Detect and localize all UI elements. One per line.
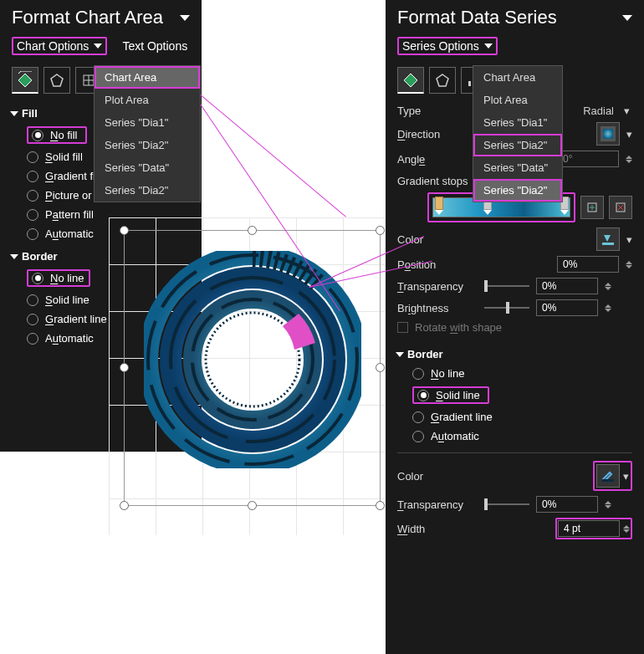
chart-options-dropdown[interactable]: Chart Options: [12, 37, 107, 55]
border-width-label: Width: [397, 523, 478, 535]
chevron-down-icon: [484, 43, 493, 49]
border-transparency-input[interactable]: [536, 496, 598, 513]
resize-handle[interactable]: [248, 226, 257, 235]
border-transparency-label: Transparency: [397, 498, 478, 511]
expand-icon: [10, 254, 18, 259]
angle-input[interactable]: [557, 151, 619, 167]
menu-series-data[interactable]: Series "Data": [473, 156, 562, 179]
transparency-slider[interactable]: [484, 285, 529, 287]
border-options-right: No line Solid line Gradient line Automat…: [386, 365, 644, 447]
border-section-right[interactable]: Border: [386, 343, 644, 365]
menu-chart-area[interactable]: Chart Area: [473, 66, 562, 89]
remove-stop-button[interactable]: [609, 196, 632, 219]
resize-handle[interactable]: [376, 501, 385, 510]
gradient-stops-label: Gradient stops: [397, 175, 468, 187]
effects-tab[interactable]: [43, 67, 70, 94]
border-gradient-line[interactable]: Gradient line: [412, 411, 632, 423]
svg-marker-12: [404, 74, 417, 87]
color-label: Color: [397, 233, 478, 246]
color-picker-button[interactable]: [596, 227, 620, 251]
transparency-input[interactable]: [536, 278, 598, 294]
transparency-label: Transparency: [397, 280, 478, 293]
resize-handle[interactable]: [120, 501, 129, 510]
svg-marker-0: [18, 74, 32, 87]
brightness-input[interactable]: [536, 299, 598, 316]
brightness-slider[interactable]: [484, 307, 529, 309]
border-color-picker[interactable]: [596, 464, 620, 488]
transparency-spinner[interactable]: [605, 283, 611, 290]
menu-series-dia2[interactable]: Series "Dia2": [95, 134, 200, 156]
expand-icon: [10, 111, 18, 116]
border-automatic[interactable]: Automatic: [412, 430, 632, 442]
chart-options-menu: Chart Area Plot Area Series "Dia1" Serie…: [94, 65, 201, 202]
direction-label: Direction: [397, 128, 478, 141]
series-options-dropdown[interactable]: Series Options: [397, 37, 498, 55]
menu-chart-area[interactable]: Chart Area: [95, 66, 200, 89]
rotate-checkbox[interactable]: [397, 322, 408, 333]
expand-icon: [396, 352, 404, 357]
position-label: Position: [397, 258, 478, 271]
menu-series-dia2b[interactable]: Series "Dia2": [473, 179, 562, 202]
menu-series-dia2[interactable]: Series "Dia2": [473, 134, 562, 156]
resize-handle[interactable]: [376, 363, 385, 372]
dropdown-arrow-icon[interactable]: ▾: [621, 105, 632, 117]
border-transparency-row: Transparency: [386, 493, 644, 515]
angle-spinner[interactable]: [626, 156, 632, 163]
border-color-row: Color ▾: [386, 458, 644, 493]
dropdown-arrow-icon[interactable]: ▾: [626, 128, 632, 141]
rotate-label: Rotate with shape: [415, 321, 502, 334]
svg-marker-13: [437, 74, 448, 86]
fill-line-tab[interactable]: [12, 67, 38, 94]
menu-series-dia2b[interactable]: Series "Dia2": [95, 179, 200, 202]
effects-tab[interactable]: [429, 67, 456, 94]
chevron-down-icon: [94, 43, 102, 49]
fill-line-tab[interactable]: [397, 67, 424, 94]
text-options-link[interactable]: Text Options: [122, 37, 187, 55]
resize-handle[interactable]: [376, 226, 385, 235]
resize-handle[interactable]: [248, 501, 257, 510]
resize-handle[interactable]: [120, 226, 129, 235]
direction-preset-button[interactable]: [596, 122, 620, 146]
svg-rect-18: [603, 129, 613, 139]
rotate-row: Rotate with shape: [386, 319, 644, 336]
separator: [397, 452, 632, 453]
menu-series-dia1[interactable]: Series "Dia1": [473, 111, 562, 134]
menu-series-data[interactable]: Series "Data": [95, 156, 200, 179]
menu-plot-area[interactable]: Plot Area: [473, 89, 562, 111]
fill-no-fill[interactable]: No fill: [27, 126, 87, 144]
position-row: Position: [386, 253, 644, 275]
position-spinner[interactable]: [626, 261, 632, 268]
series-options-menu: Chart Area Plot Area Series "Dia1" Serie…: [473, 65, 563, 202]
svg-marker-1: [51, 74, 63, 86]
svg-rect-25: [602, 243, 614, 245]
border-width-input[interactable]: [558, 520, 620, 537]
border-transparency-slider[interactable]: [484, 503, 529, 505]
menu-series-dia1[interactable]: Series "Dia1": [95, 111, 200, 134]
border-width-row: Width: [386, 515, 644, 542]
color-row: Color ▾: [386, 225, 644, 253]
panel-title-left: Format Chart Area: [0, 0, 202, 33]
border-no-line[interactable]: No line: [412, 367, 632, 380]
transparency-row: Transparency: [386, 275, 644, 297]
svg-rect-14: [468, 81, 471, 86]
menu-plot-area[interactable]: Plot Area: [95, 89, 200, 111]
resize-handle[interactable]: [120, 363, 129, 372]
position-input[interactable]: [557, 256, 619, 273]
dropdown-arrow-icon[interactable]: ▾: [623, 470, 629, 483]
angle-label: Angle: [397, 153, 478, 166]
border-no-line[interactable]: No line: [27, 269, 90, 287]
dropdown-arrow-icon[interactable]: ▾: [626, 233, 632, 246]
collapse-icon[interactable]: [622, 15, 632, 21]
border-width-spinner[interactable]: [623, 525, 630, 533]
border-color-label: Color: [397, 470, 478, 483]
border-transparency-spinner[interactable]: [605, 501, 611, 508]
brightness-spinner[interactable]: [605, 304, 611, 312]
type-label: Type: [397, 105, 478, 117]
add-stop-button[interactable]: [580, 196, 604, 219]
brightness-label: Brightness: [397, 302, 478, 314]
worksheet-canvas[interactable]: [109, 217, 393, 535]
brightness-row: Brightness: [386, 297, 644, 319]
border-solid-line[interactable]: Solid line: [412, 386, 489, 404]
collapse-icon[interactable]: [180, 15, 190, 21]
annotation-line: [186, 82, 346, 217]
